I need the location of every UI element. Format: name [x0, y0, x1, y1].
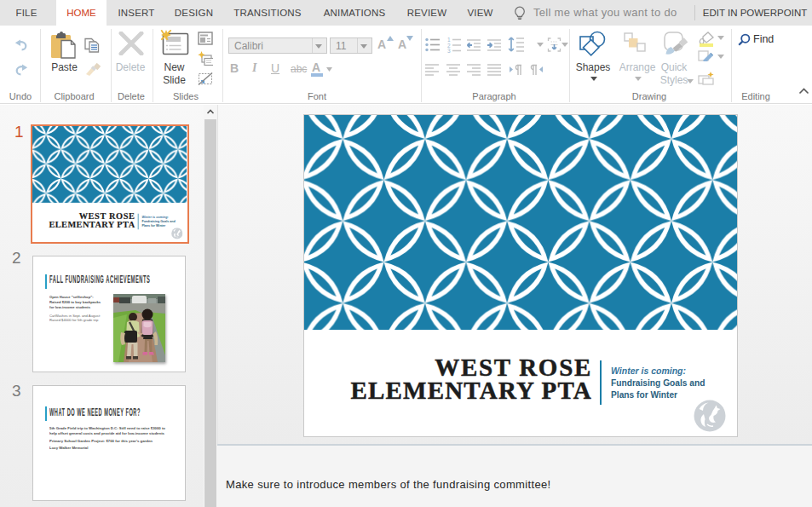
svg-text:3: 3 — [447, 48, 451, 53]
